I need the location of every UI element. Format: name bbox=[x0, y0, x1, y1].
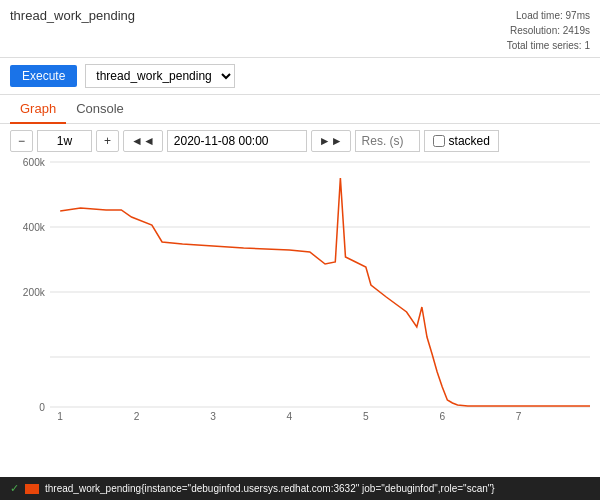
legend-color-swatch bbox=[25, 484, 39, 494]
tabs: Graph Console bbox=[0, 95, 600, 124]
y-label-600k: 600k bbox=[23, 157, 46, 168]
header: thread_work_pending Load time: 97ms Reso… bbox=[0, 0, 600, 58]
x-label-4: 4 bbox=[287, 411, 293, 422]
minus-button[interactable]: − bbox=[10, 130, 33, 152]
page-title: thread_work_pending bbox=[10, 8, 135, 23]
meta-info: Load time: 97ms Resolution: 2419s Total … bbox=[507, 8, 590, 53]
x-label-2: 2 bbox=[134, 411, 140, 422]
tab-console[interactable]: Console bbox=[66, 95, 134, 124]
toolbar: Execute thread_work_pending bbox=[0, 58, 600, 95]
y-label-400k: 400k bbox=[23, 222, 46, 233]
graph-controls: − + ◄◄ ►► stacked bbox=[0, 124, 600, 158]
stacked-button[interactable]: stacked bbox=[424, 130, 499, 152]
resolution-info: Resolution: 2419s bbox=[507, 23, 590, 38]
next-button[interactable]: ►► bbox=[311, 130, 351, 152]
y-label-200k: 200k bbox=[23, 287, 46, 298]
legend: ✓ thread_work_pending{instance="debuginf… bbox=[0, 477, 600, 500]
resolution-input[interactable] bbox=[355, 130, 420, 152]
total-series: Total time series: 1 bbox=[507, 38, 590, 53]
execute-button[interactable]: Execute bbox=[10, 65, 77, 87]
y-label-0: 0 bbox=[39, 402, 45, 413]
plus-button[interactable]: + bbox=[96, 130, 119, 152]
x-label-1: 1 bbox=[57, 411, 63, 422]
tab-graph[interactable]: Graph bbox=[10, 95, 66, 124]
time-range-input[interactable] bbox=[37, 130, 92, 152]
chart-area: .grid-line { stroke: #e0e0e0; stroke-wid… bbox=[0, 158, 600, 448]
legend-check-icon: ✓ bbox=[10, 482, 19, 495]
x-label-3: 3 bbox=[210, 411, 216, 422]
load-time: Load time: 97ms bbox=[507, 8, 590, 23]
x-label-7: 7 bbox=[516, 411, 522, 422]
x-label-6: 6 bbox=[439, 411, 445, 422]
x-label-5: 5 bbox=[363, 411, 369, 422]
metric-select[interactable]: thread_work_pending bbox=[85, 64, 235, 88]
chart-svg: .grid-line { stroke: #e0e0e0; stroke-wid… bbox=[50, 162, 590, 422]
stacked-label: stacked bbox=[449, 134, 490, 148]
legend-text: thread_work_pending{instance="debuginfod… bbox=[45, 483, 495, 494]
datetime-input[interactable] bbox=[167, 130, 307, 152]
prev-button[interactable]: ◄◄ bbox=[123, 130, 163, 152]
stacked-checkbox[interactable] bbox=[433, 135, 445, 147]
